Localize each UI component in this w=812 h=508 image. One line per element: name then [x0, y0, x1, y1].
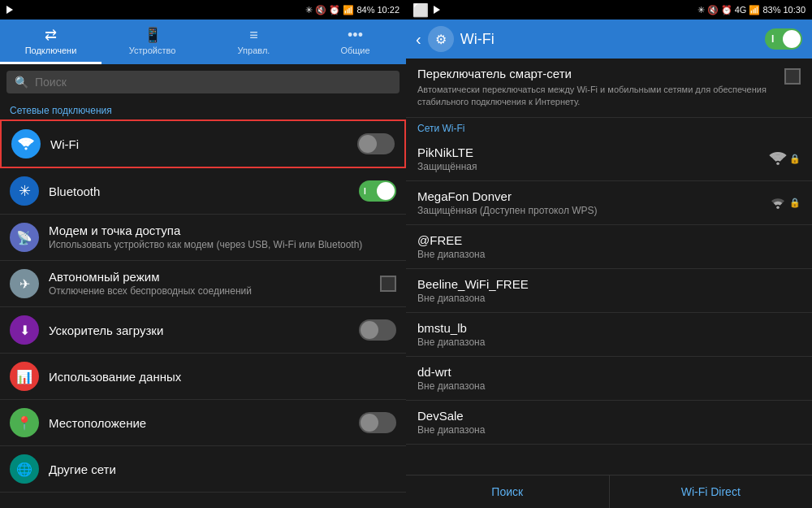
left-status-left	[6, 6, 13, 14]
alarm-icon: ⏰	[329, 5, 340, 15]
modem-subtitle: Использовать устройство как модем (через…	[49, 239, 396, 252]
megafon-name: MegaFon Donver	[417, 189, 769, 203]
settings-list: Wi-Fi ✳ Bluetooth I 📡 Модем и точка дост…	[0, 119, 406, 508]
network-item-beeline[interactable]: Beeline_WiFi_FREE Вне диапазона	[406, 269, 812, 313]
location-toggle[interactable]	[359, 412, 396, 433]
right-status-right: ✳ 🔇 ⏰ 4G 📶 83% 10:30	[698, 5, 806, 15]
wifi-title: Wi-Fi	[50, 137, 357, 151]
bluetooth-title: Bluetooth	[49, 185, 359, 198]
settings-item-data[interactable]: 📊 Использование данных	[0, 354, 406, 400]
left-status-right: ✳ 🔇 ⏰ 📶 84% 10:22	[305, 5, 400, 15]
beeline-text: Beeline_WiFi_FREE Вне диапазона	[417, 277, 801, 304]
network-item-devsale[interactable]: DevSale Вне диапазона	[406, 401, 812, 445]
settings-item-modem[interactable]: 📡 Модем и точка доступа Использовать уст…	[0, 215, 406, 261]
right-status-bar: ⬜ ✳ 🔇 ⏰ 4G 📶 83% 10:30	[406, 0, 812, 20]
search-input[interactable]	[35, 76, 391, 89]
tab-connections[interactable]: ⇄ Подключени	[0, 20, 102, 64]
tab-connections-label: Подключени	[25, 46, 77, 55]
wifi-bottom-buttons: Поиск Wi-Fi Direct	[406, 475, 812, 508]
left-panel: ✳ 🔇 ⏰ 📶 84% 10:22 ⇄ Подключени 📱 Устройс…	[0, 0, 406, 508]
booster-text: Ускоритель загрузки	[49, 323, 359, 337]
devsale-name: DevSale	[417, 409, 801, 423]
settings-item-wifi[interactable]: Wi-Fi	[0, 119, 406, 168]
settings-item-airplane[interactable]: ✈ Автономный режим Отключение всех беспр…	[0, 261, 406, 307]
right-time: 10:30	[783, 5, 806, 15]
wifi-main-toggle[interactable]: I	[765, 28, 802, 50]
settings-item-other[interactable]: 🌐 Другие сети	[0, 446, 406, 493]
wifi-networks-header: Сети Wi-Fi	[406, 118, 812, 137]
megafon-signal: 🔒	[769, 196, 801, 209]
right-status-left: ⬜	[412, 2, 440, 18]
smart-switch-text: Переключатель смарт-сети Автоматически п…	[417, 67, 776, 109]
wifi-header-title: Wi-Fi	[460, 31, 765, 48]
tab-manage-label: Управл.	[238, 46, 270, 55]
search-bar[interactable]: 🔍	[6, 71, 400, 93]
wifi-icon	[11, 129, 41, 158]
network-item-ddwrt[interactable]: dd-wrt Вне диапазона	[406, 357, 812, 401]
smart-switch-desc: Автоматически переключаться между Wi-Fi …	[417, 84, 776, 109]
devsale-text: DevSale Вне диапазона	[417, 409, 801, 436]
smart-switch-checkbox[interactable]	[784, 68, 801, 85]
right-signal-icon: 📶	[749, 5, 760, 15]
right-panel: ⬜ ✳ 🔇 ⏰ 4G 📶 83% 10:30 ‹ ⚙ Wi-Fi I Перек…	[406, 0, 812, 508]
network-item-bmstu[interactable]: bmstu_lb Вне диапазона	[406, 313, 812, 357]
wifi-settings-gear[interactable]: ⚙	[428, 26, 454, 52]
bluetooth-text: Bluetooth	[49, 185, 359, 198]
free-status: Вне диапазона	[417, 249, 801, 260]
pikniklte-lock: 🔒	[789, 154, 801, 164]
bmstu-text: bmstu_lb Вне диапазона	[417, 321, 801, 348]
tab-general-icon: •••	[348, 27, 363, 44]
airplane-icon: ✈	[10, 269, 39, 298]
right-battery: 83%	[762, 5, 780, 15]
svg-point-1	[776, 163, 780, 166]
beeline-status: Вне диапазона	[417, 293, 801, 304]
right-play-icon	[434, 6, 440, 14]
airplane-subtitle: Отключение всех беспроводных соединений	[49, 285, 380, 298]
smart-switch-section: Переключатель смарт-сети Автоматически п…	[406, 59, 812, 118]
pikniklte-name: PikNikLTE	[417, 145, 769, 159]
tab-manage-icon: ≡	[249, 27, 258, 44]
time-left: 10:22	[377, 5, 400, 15]
network-item-megafon[interactable]: MegaFon Donver Защищённая (Доступен прот…	[406, 181, 812, 225]
wifi-header: ‹ ⚙ Wi-Fi I	[406, 20, 812, 59]
bt-status-icon: ✳	[305, 5, 313, 15]
settings-item-bluetooth[interactable]: ✳ Bluetooth I	[0, 168, 406, 215]
svg-point-2	[776, 206, 780, 210]
other-icon: 🌐	[10, 454, 39, 484]
pikniklte-status: Защищённая	[417, 161, 769, 172]
right-mute-icon: 🔇	[707, 5, 719, 15]
mute-icon: 🔇	[315, 5, 326, 15]
modem-icon: 📡	[10, 223, 39, 252]
tab-device[interactable]: 📱 Устройство	[102, 20, 203, 64]
airplane-checkbox[interactable]	[380, 276, 396, 292]
data-text: Использование данных	[49, 370, 396, 384]
megafon-lock: 🔒	[789, 198, 801, 208]
back-button[interactable]: ‹	[416, 30, 421, 49]
ddwrt-text: dd-wrt Вне диапазона	[417, 365, 801, 392]
bmstu-status: Вне диапазона	[417, 336, 801, 348]
right-bt-icon: ✳	[698, 5, 705, 15]
pikniklte-text: PikNikLTE Защищённая	[417, 145, 769, 172]
bmstu-name: bmstu_lb	[417, 321, 801, 335]
network-item-free[interactable]: @FREE Вне диапазона	[406, 225, 812, 269]
wifi-toggle[interactable]	[357, 133, 395, 154]
tab-general-label: Общие	[340, 46, 369, 55]
left-status-bar: ✳ 🔇 ⏰ 📶 84% 10:22	[0, 0, 406, 20]
modem-text: Модем и точка доступа Использовать устро…	[49, 224, 396, 252]
beeline-name: Beeline_WiFi_FREE	[417, 277, 801, 291]
tab-manage[interactable]: ≡ Управл.	[203, 20, 304, 64]
airplane-title: Автономный режим	[49, 270, 380, 284]
search-button[interactable]: Поиск	[406, 475, 610, 508]
data-title: Использование данных	[49, 370, 396, 384]
wifi-direct-button[interactable]: Wi-Fi Direct	[610, 475, 813, 508]
network-item-pikniklte[interactable]: PikNikLTE Защищённая 🔒	[406, 137, 812, 181]
tabs: ⇄ Подключени 📱 Устройство ≡ Управл. ••• …	[0, 20, 406, 64]
megafon-text: MegaFon Donver Защищённая (Доступен прот…	[417, 189, 769, 216]
tab-general[interactable]: ••• Общие	[304, 20, 406, 64]
settings-item-location[interactable]: 📍 Местоположение	[0, 400, 406, 446]
data-icon: 📊	[10, 362, 39, 391]
booster-toggle[interactable]	[359, 319, 396, 341]
tab-device-icon: 📱	[144, 26, 162, 44]
settings-item-booster[interactable]: ⬇ Ускоритель загрузки	[0, 307, 406, 354]
bluetooth-toggle[interactable]: I	[359, 180, 396, 202]
